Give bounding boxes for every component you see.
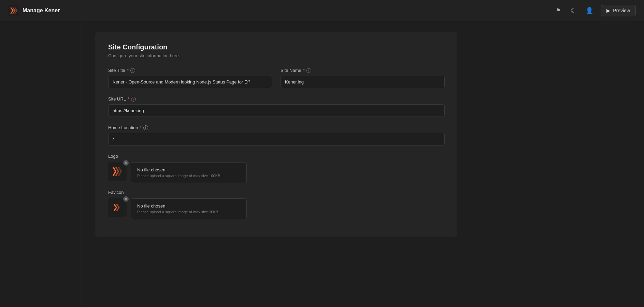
preview-button[interactable]: ▶ Preview [601,5,636,16]
site-name-group: Site Name * i [281,68,445,88]
favicon-hint-text: Please upload a square image of max size… [137,210,240,214]
favicon-section: Favicon × No file chosen [108,190,445,219]
site-url-label: Site URL * i [108,96,445,102]
logo-close-button[interactable]: × [123,160,129,166]
favicon-upload-wrapper: × No file chosen Please upload a square … [108,198,445,219]
site-name-required: * [303,68,305,73]
site-config-card: Site Configuration Configure your site i… [96,32,457,237]
header-left: Manage Kener [8,5,60,16]
home-location-required: * [140,125,141,130]
site-url-info-icon: i [131,97,136,102]
logo-upload-wrapper: × No file chosen Please upload a square … [108,162,445,183]
logo-file-upload-box[interactable]: No file chosen Please upload a square im… [131,162,247,183]
site-title-input[interactable] [108,76,272,88]
preview-label: Preview [613,8,630,13]
play-icon: ▶ [606,8,610,13]
flag-button[interactable]: ⚑ [554,5,563,16]
header-title: Manage Kener [23,7,60,14]
moon-icon: ☾ [571,7,576,14]
theme-toggle-button[interactable]: ☾ [569,5,578,16]
header: Manage Kener ⚑ ☾ 👤 ▶ Preview [0,0,644,21]
site-url-row: Site URL * i [108,96,445,117]
user-icon: 👤 [586,7,593,14]
user-button[interactable]: 👤 [584,5,595,16]
kener-logo-icon [8,5,19,16]
site-name-info-icon: i [306,68,311,73]
logo-section-label: Logo [108,154,445,159]
logo-preview-container: × [108,162,127,181]
home-location-group: Home Location * i [108,125,445,145]
favicon-preview-kener-icon [112,202,123,213]
home-location-info-icon: i [143,125,148,130]
home-location-input[interactable] [108,133,445,145]
favicon-close-button[interactable]: × [123,196,129,202]
header-right: ⚑ ☾ 👤 ▶ Preview [554,5,636,16]
site-title-info-icon: i [130,68,135,73]
favicon-no-file-text: No file chosen [137,203,240,209]
site-title-name-row: Site Title * i Site Name * i [108,68,445,88]
sidebar [0,21,82,307]
site-title-label: Site Title * i [108,68,272,73]
site-name-label: Site Name * i [281,68,445,73]
favicon-file-upload-box[interactable]: No file chosen Please upload a square im… [131,198,247,219]
logo-preview-kener-icon [111,165,124,178]
logo-section: Logo × No fi [108,154,445,183]
favicon-preview-container: × [108,198,127,217]
page-title: Site Configuration [108,43,445,51]
logo-no-file-text: No file chosen [137,167,240,172]
main-content: Site Configuration Configure your site i… [0,21,644,307]
site-url-group: Site URL * i [108,96,445,117]
home-location-row: Home Location * i [108,125,445,145]
flag-icon: ⚑ [556,7,561,14]
favicon-section-label: Favicon [108,190,445,195]
site-title-group: Site Title * i [108,68,272,88]
site-title-required: * [127,68,129,73]
page-content: Site Configuration Configure your site i… [82,21,644,307]
site-name-input[interactable] [281,76,445,88]
home-location-label: Home Location * i [108,125,445,130]
site-url-required: * [128,96,129,102]
logo-hint-text: Please upload a square image of max size… [137,174,240,178]
site-url-input[interactable] [108,104,445,117]
page-subtitle: Configure your site information here. [108,53,445,58]
